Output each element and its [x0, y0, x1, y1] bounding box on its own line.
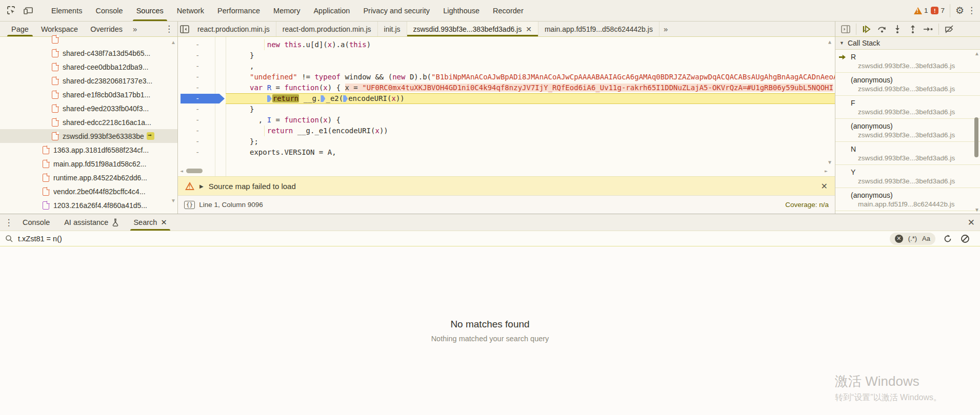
file-tree-item[interactable]: main.app.fd51f98a1d58c62... — [0, 157, 177, 171]
warnings-icon[interactable] — [914, 7, 922, 14]
line-gutter[interactable]: - — [178, 93, 226, 104]
deactivate-breakpoints-icon[interactable] — [942, 23, 956, 36]
code-line[interactable]: -, — [178, 61, 835, 72]
horizontal-scrollbar-thumb[interactable] — [186, 169, 203, 173]
editor-tab[interactable]: react.production.min.js — [191, 22, 276, 36]
code-line[interactable]: -} — [178, 50, 835, 61]
panel-tab-sources[interactable]: Sources — [130, 0, 170, 21]
file-tree-item[interactable]: shared-edcc2218c16ac1a... — [0, 115, 177, 129]
scroll-right-arrow[interactable]: ► — [825, 168, 828, 174]
line-gutter[interactable]: - — [178, 72, 226, 82]
line-gutter[interactable]: - — [178, 61, 226, 72]
call-stack-frame[interactable]: Fzswsdid.993bf3e...3befd3ad6.js — [835, 96, 980, 119]
line-gutter[interactable]: - — [178, 136, 226, 147]
editor-tab[interactable]: react-dom.production.min.js — [276, 22, 378, 36]
code-line[interactable]: - , I = function(x) { — [178, 115, 835, 126]
callstack-scrollbar[interactable]: ▲ ▼ — [974, 51, 979, 213]
call-stack-frame[interactable]: (anonymous)zswsdid.993bf3e...3befd3ad6.j… — [835, 73, 980, 96]
line-gutter[interactable]: - — [178, 82, 226, 93]
panel-tab-console[interactable]: Console — [89, 0, 129, 21]
file-tree-item[interactable] — [0, 32, 177, 46]
editor-tab[interactable]: main.app.fd51f9...d58c624442b.js — [538, 22, 659, 36]
panel-tab-privacy-and-security[interactable]: Privacy and security — [356, 0, 436, 21]
match-case-toggle[interactable]: Aa — [922, 235, 930, 242]
pretty-print-icon[interactable]: {} — [184, 201, 195, 209]
error-count[interactable]: 7 — [941, 7, 945, 14]
panel-tab-performance[interactable]: Performance — [211, 0, 267, 21]
close-search-tab-icon[interactable]: ✕ — [161, 218, 167, 226]
more-editor-tabs-chevron[interactable]: » — [659, 22, 672, 36]
line-gutter[interactable]: - — [178, 104, 226, 115]
call-stack-frame[interactable]: Yzswsdid.993bf3e...3befd3ad6.js — [835, 165, 980, 188]
scroll-up-arrow[interactable]: ▲ — [828, 39, 831, 45]
drawer-tab-ai-assistance[interactable]: AI assistance — [57, 214, 126, 231]
call-stack-frame[interactable]: (anonymous)zswsdid.993bf3e...3befd3ad6.j… — [835, 119, 980, 142]
code-line[interactable]: -"undefined" != typeof window && (new D)… — [178, 72, 835, 82]
call-stack-header[interactable]: ▼ Call Stack — [835, 37, 980, 50]
code-line[interactable]: - new this.u[d](x).a(this) — [178, 39, 835, 50]
code-line[interactable]: -exports.VERSION = A, — [178, 147, 835, 158]
coverage-status[interactable]: Coverage: n/a — [785, 201, 829, 209]
toggle-navigator-icon[interactable] — [178, 22, 191, 37]
file-tree-item[interactable]: shared-cee0dbba12dba9... — [0, 60, 177, 74]
step-out-icon[interactable] — [906, 23, 920, 36]
close-warning-icon[interactable]: ✕ — [821, 181, 828, 191]
file-tree-item[interactable]: vendor.2be0f44f82bcffc4c4... — [0, 184, 177, 198]
errors-icon[interactable]: ! — [931, 7, 938, 14]
close-tab-icon[interactable]: ✕ — [526, 25, 532, 33]
drawer-menu-icon[interactable]: ⋮ — [2, 214, 15, 231]
panel-tab-memory[interactable]: Memory — [267, 0, 307, 21]
line-gutter[interactable]: - — [178, 147, 226, 158]
expand-warning-icon[interactable]: ▶ — [199, 183, 204, 189]
collapse-section-icon[interactable]: ▼ — [839, 40, 844, 46]
file-tree-item[interactable]: shared-c438f7a13d54b65... — [0, 46, 177, 60]
scroll-up-arrow[interactable]: ▲ — [171, 39, 176, 45]
file-tree-item[interactable]: 1363.app.3181df6588f234cf... — [0, 143, 177, 157]
line-gutter[interactable]: - — [178, 39, 226, 50]
line-gutter[interactable]: - — [178, 126, 226, 136]
clear-search-icon[interactable]: ✕ — [895, 235, 903, 243]
vertical-scrollbar[interactable]: ▲ ▼ — [828, 39, 834, 165]
code-line[interactable]: -}; — [178, 136, 835, 147]
scroll-down-arrow[interactable]: ▼ — [974, 207, 979, 213]
call-stack-frame[interactable]: Rzswsdid.993bf3e...3befd3ad6.js — [835, 50, 980, 73]
scrollbar-thumb[interactable] — [974, 117, 978, 157]
toggle-debugger-sidebar-icon[interactable] — [838, 23, 853, 36]
panel-tab-recorder[interactable]: Recorder — [486, 0, 530, 21]
panel-tab-network[interactable]: Network — [170, 0, 211, 21]
code-line[interactable]: -var R = function(x) { x = "UF0RC0mx4tuX… — [178, 82, 835, 93]
resume-script-icon[interactable] — [859, 23, 874, 36]
file-tree-item[interactable]: 1203.216a26f4.4f860a41d5... — [0, 198, 177, 212]
search-input[interactable]: t.xZst81 = n() — [18, 235, 885, 243]
scroll-down-arrow[interactable]: ▼ — [828, 159, 831, 165]
scroll-up-arrow[interactable]: ▲ — [974, 51, 979, 56]
code-editor[interactable]: - new this.u[d](x).a(this)-}-,-"undefine… — [178, 37, 835, 176]
regex-toggle[interactable]: (.*) — [908, 235, 917, 242]
step-over-icon[interactable] — [875, 23, 889, 36]
code-line[interactable]: - return __g._e1(encodeURI(x)) — [178, 126, 835, 136]
file-tree-item[interactable]: zswsdid.993bf3e63383be — [0, 129, 177, 143]
editor-tab[interactable]: init.js — [378, 22, 407, 36]
step-into-icon[interactable] — [890, 23, 905, 36]
refresh-search-icon[interactable] — [943, 234, 952, 243]
call-stack-frame[interactable]: (anonymous)main.app.fd51f9...8c624442b.j… — [835, 188, 980, 211]
scroll-down-arrow[interactable]: ▼ — [171, 198, 176, 203]
close-drawer-icon[interactable]: ✕ — [968, 214, 975, 231]
editor-tab[interactable]: zswsdid.993bf3e...383befd3ad6.js✕ — [407, 22, 538, 36]
clear-results-icon[interactable] — [961, 234, 970, 243]
drawer-tab-console[interactable]: Console — [15, 214, 57, 231]
file-tree-item[interactable]: shared-e1f8cb0d3a17bb1... — [0, 88, 177, 101]
line-gutter[interactable]: - — [178, 50, 226, 61]
call-stack-frame[interactable]: Nzswsdid.993bf3e...3befd3ad6.js — [835, 142, 980, 165]
code-line[interactable]: -} — [178, 104, 835, 115]
panel-tab-application[interactable]: Application — [307, 0, 356, 21]
file-tree-item[interactable]: shared-dc23820681737e3... — [0, 74, 177, 88]
device-toolbar-icon[interactable] — [21, 3, 36, 18]
panel-tab-elements[interactable]: Elements — [45, 0, 89, 21]
inspect-element-icon[interactable] — [3, 3, 18, 18]
scroll-left-arrow[interactable]: ◄ — [180, 168, 183, 174]
panel-tab-lighthouse[interactable]: Lighthouse — [436, 0, 486, 21]
file-tree-item[interactable]: shared-e9ed2033fb040f3... — [0, 101, 177, 115]
line-gutter[interactable]: - — [178, 115, 226, 126]
warning-count[interactable]: 1 — [924, 7, 928, 14]
